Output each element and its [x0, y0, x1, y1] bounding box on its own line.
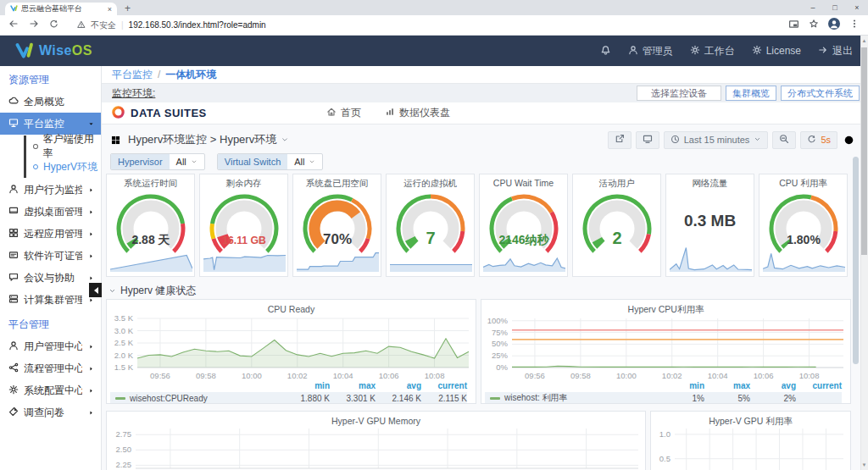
sidebar-item-用户行为监控[interactable]: 用户行为监控: [0, 179, 101, 201]
back-icon[interactable]: [8, 19, 19, 31]
window-maximize-button[interactable]: □: [824, 3, 846, 12]
row-chevron-icon: [108, 285, 116, 297]
svg-text:10:08: 10:08: [799, 371, 820, 380]
variable-value-dropdown[interactable]: All: [287, 154, 322, 169]
header-menu-退出[interactable]: 退出: [818, 44, 853, 58]
window-close-button[interactable]: ×: [846, 3, 868, 12]
select-device-button[interactable]: 选择监控设备: [637, 86, 721, 101]
gauge-panel-0: 系统运行时间2.88 天: [106, 174, 195, 277]
env-row: 监控环境: 选择监控设备 集群概览分布式文件系统: [102, 84, 868, 102]
page-scrollbar-thumb[interactable]: [861, 47, 867, 255]
time-range-button[interactable]: Last 15 minutes: [664, 131, 769, 149]
gear-icon: [690, 45, 700, 58]
sidebar-item-label: 计算集群管理: [24, 293, 82, 307]
legend-row: wisehost:CPUReady1.880 K3.301 K2.146 K2.…: [110, 392, 467, 404]
tag-icon: [8, 406, 19, 419]
sidebar-item-调查问卷[interactable]: 调查问卷: [0, 401, 101, 423]
sidebar-subitem-HyperV环境[interactable]: HyperV环境: [26, 157, 101, 177]
legend-stat-value: 2.146 K: [376, 394, 421, 403]
legend-header-min[interactable]: min: [659, 381, 704, 390]
dashboard-scrollbar-thumb[interactable]: [853, 157, 859, 364]
bell-icon[interactable]: [600, 44, 611, 58]
sparkline: [483, 250, 565, 274]
reload-icon[interactable]: [49, 19, 58, 31]
legend-series-name[interactable]: wisehost:CPUReady: [115, 394, 284, 403]
sparkline: [203, 250, 286, 274]
svg-text:10:06: 10:06: [754, 371, 774, 380]
sidebar-item-用户管理中心[interactable]: 用户管理中心: [0, 335, 101, 357]
sidebar-item-全局概览[interactable]: 全局概览: [0, 91, 101, 113]
legend-header-max[interactable]: max: [704, 381, 750, 390]
button-分布式文件系统[interactable]: 分布式文件系统: [781, 86, 860, 101]
triangle-left-icon: [91, 287, 98, 294]
button-集群概览[interactable]: 集群概览: [726, 86, 776, 101]
svg-text:2.25: 2.25: [116, 460, 132, 469]
wiseos-logo[interactable]: WiseOS: [15, 41, 92, 62]
server-icon: [8, 294, 19, 307]
chevron-right-icon: [87, 387, 95, 395]
dashboard-title[interactable]: Hyperv环境监控 > Hyperv环境: [128, 132, 289, 147]
sidebar-item-会议与协助[interactable]: 会议与协助: [0, 267, 101, 289]
zoom-out-button[interactable]: [772, 131, 796, 149]
breadcrumb-item-平台监控[interactable]: 平台监控: [112, 68, 153, 82]
bullet-icon: [33, 144, 38, 149]
breadcrumb-item-一体机环境[interactable]: 一体机环境: [165, 68, 216, 82]
legend-row: wisehost: 利用率1%5%2%: [485, 392, 842, 404]
sidebar-item-软件许可证管理[interactable]: 软件许可证管理: [0, 245, 101, 267]
browser-tab[interactable]: 思云融合基础平台 ×: [5, 3, 117, 15]
scrollbar-down-arrow[interactable]: ▼: [860, 461, 868, 469]
share-button[interactable]: [608, 131, 632, 149]
ds-nav-数据仪表盘[interactable]: 数据仪表盘: [385, 106, 450, 120]
sidebar-item-虚拟桌面管理[interactable]: 虚拟桌面管理: [0, 201, 101, 223]
legend-header-current[interactable]: current: [421, 381, 467, 390]
sidebar-item-系统配置中心[interactable]: 系统配置中心: [0, 379, 101, 401]
legend-series-name[interactable]: wisehost: 利用率: [490, 392, 659, 404]
tv-mode-button[interactable]: [636, 131, 659, 149]
legend-header-max[interactable]: max: [330, 381, 376, 390]
header-menu-License[interactable]: License: [752, 45, 801, 58]
sidebar-item-远程应用管理[interactable]: 远程应用管理: [0, 223, 101, 245]
legend-stat-value: 2%: [750, 394, 796, 403]
legend-headers: minmaxavgcurrent: [481, 381, 842, 390]
dashboard-title-text: Hyperv环境监控 > Hyperv环境: [128, 132, 276, 147]
legend-stat-value: 1.880 K: [284, 394, 330, 403]
legend-header-current[interactable]: current: [796, 381, 842, 390]
gauge-panel-4: CPU Wait Time2146纳秒: [479, 174, 568, 277]
header-menu-工作台[interactable]: 工作台: [690, 44, 735, 58]
chevron-right-icon: [87, 230, 95, 238]
panel-title[interactable]: 网络流量: [668, 178, 752, 190]
user-icon: [8, 340, 19, 353]
header-menu-管理员[interactable]: 管理员: [628, 44, 673, 58]
legend-header-avg[interactable]: avg: [376, 381, 421, 390]
help-icon[interactable]: [843, 135, 854, 146]
svg-text:10:02: 10:02: [662, 371, 682, 380]
forward-icon[interactable]: [29, 19, 39, 31]
legend-header-avg[interactable]: avg: [750, 381, 796, 390]
svg-text:09:58: 09:58: [570, 371, 591, 380]
bookmark-star-icon[interactable]: [809, 19, 819, 31]
sidebar-item-label: 会议与协助: [24, 271, 82, 285]
new-tab-button[interactable]: +: [125, 3, 131, 14]
variable-value-dropdown[interactable]: All: [170, 154, 204, 169]
url-box[interactable]: 不安全 | 192.168.50.3/index.html?role=admin: [69, 19, 778, 31]
caret-down-icon: [281, 134, 289, 147]
legend-header-min[interactable]: min: [284, 381, 330, 390]
ds-nav-首页[interactable]: 首页: [326, 106, 361, 120]
sidebar-item-计算集群管理[interactable]: 计算集群管理: [0, 289, 101, 311]
tab-close-icon[interactable]: ×: [108, 5, 112, 14]
scrollbar-up-arrow[interactable]: ▲: [860, 36, 868, 45]
dashboard-grid-icon[interactable]: [110, 135, 121, 146]
dashboard-row-header[interactable]: Hyperv 健康状态: [108, 284, 196, 298]
media-controls-icon[interactable]: [788, 19, 799, 32]
panel-title[interactable]: CPU Wait Time: [481, 178, 565, 188]
sidebar-collapse-button[interactable]: [89, 283, 102, 297]
chevron-right-icon: [87, 274, 95, 282]
browser-menu-icon[interactable]: [849, 19, 860, 31]
window-minimize-button[interactable]: –: [802, 3, 824, 12]
profile-avatar[interactable]: [828, 18, 840, 32]
gauge-value: 16.11 GB: [222, 235, 266, 246]
sidebar-subitem-客户端使用率[interactable]: 客户端使用率: [26, 136, 101, 157]
sidebar-submenu: 客户端使用率HyperV环境: [24, 135, 101, 178]
sidebar-item-流程管理中心[interactable]: 流程管理中心: [0, 357, 101, 379]
refresh-button[interactable]: 5s: [800, 131, 837, 149]
